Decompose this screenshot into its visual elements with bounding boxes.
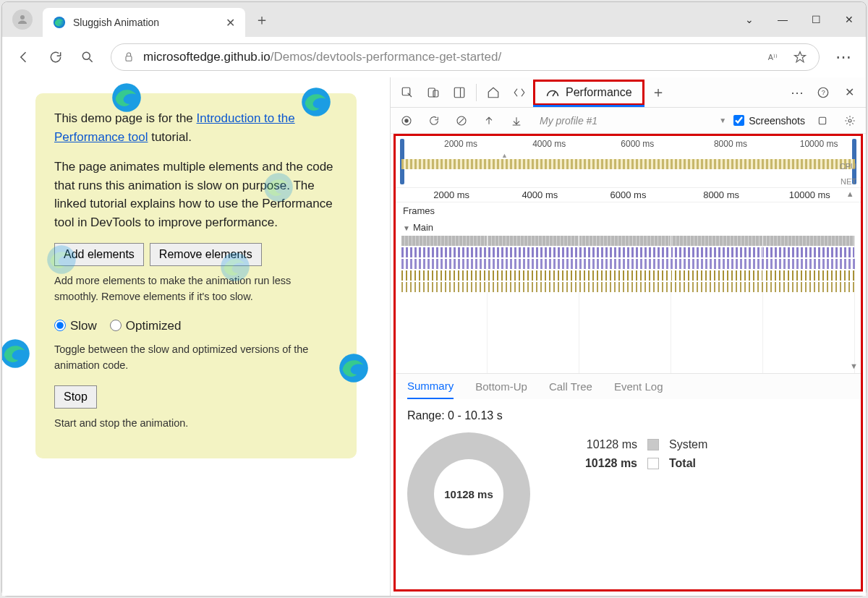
tab-bottom-up[interactable]: Bottom-Up (475, 375, 527, 398)
flame-bar (401, 270, 855, 281)
dock-icon[interactable] (447, 80, 472, 105)
memory-icon[interactable] (812, 111, 833, 131)
flame-chart[interactable]: ▼ (396, 236, 861, 373)
title-bar: Sluggish Animation ✕ ＋ ⌄ ― ☐ ✕ (2, 2, 866, 37)
details-tab-strip: Summary Bottom-Up Call Tree Event Log (396, 373, 861, 399)
tab-event-log[interactable]: Event Log (614, 375, 663, 398)
address-bar[interactable]: microsoftedge.github.io/Demos/devtools-p… (111, 43, 820, 71)
download-button[interactable] (506, 111, 527, 131)
toggle-hint: Toggle between the slow and optimized ve… (54, 342, 338, 374)
close-devtools-icon[interactable]: ✕ (837, 80, 861, 105)
svg-rect-21 (819, 117, 825, 124)
inspect-icon[interactable] (395, 80, 420, 105)
net-label: NET (841, 177, 856, 186)
lock-icon (123, 51, 135, 63)
reload-record-button[interactable] (424, 111, 444, 131)
intro-paragraph: This demo page is for the Introduction t… (54, 109, 338, 146)
browser-window: Sluggish Animation ✕ ＋ ⌄ ― ☐ ✕ microsoft… (1, 1, 867, 597)
edge-icon (2, 338, 31, 370)
welcome-tab-icon[interactable] (481, 80, 506, 105)
performance-icon (545, 85, 560, 100)
back-button[interactable] (9, 43, 38, 72)
new-tab-button[interactable]: ＋ (250, 7, 274, 32)
upload-button[interactable] (479, 111, 499, 131)
content-area: This demo page is for the Introduction t… (2, 77, 866, 596)
scroll-up-icon[interactable]: ▲ (846, 189, 854, 198)
caret-down-icon[interactable]: ⌄ (733, 5, 766, 34)
minimize-button[interactable]: ― (766, 5, 799, 34)
flame-bar (401, 247, 855, 257)
edge-icon (300, 86, 332, 118)
legend-row-system: 10128 ms System (574, 438, 707, 451)
main-row-label[interactable]: ▼Main (396, 219, 861, 236)
timeline-overview[interactable]: 2000 ms 4000 ms 6000 ms 8000 ms 10000 ms… (396, 136, 861, 188)
search-button[interactable] (73, 43, 102, 72)
tab-summary[interactable]: Summary (407, 374, 454, 399)
browser-tab[interactable]: Sluggish Animation ✕ (43, 8, 245, 37)
stop-hint: Start and stop the animation. (54, 416, 338, 432)
overview-ruler: 2000 ms 4000 ms 6000 ms 8000 ms 10000 ms (396, 139, 861, 152)
tab-title: Sluggish Animation (73, 17, 218, 28)
radio-slow[interactable]: Slow (54, 317, 97, 336)
edge-icon (46, 244, 77, 275)
range-text: Range: 0 - 10.13 s (407, 409, 849, 422)
refresh-button[interactable] (41, 43, 70, 72)
flame-ruler[interactable]: 2000 ms 4000 ms 6000 ms 8000 ms 10000 ms… (396, 188, 861, 202)
svg-text:?: ? (822, 89, 825, 96)
swatch-system (647, 439, 659, 450)
summary-donut-chart: 10128 ms (407, 432, 530, 555)
cpu-overview-strip (401, 159, 855, 169)
add-hint: Add more elements to make the animation … (54, 273, 338, 305)
close-window-button[interactable]: ✕ (833, 5, 866, 34)
scroll-down-icon[interactable]: ▼ (850, 362, 858, 370)
favorite-icon[interactable] (793, 50, 807, 64)
flame-bar (401, 282, 855, 292)
devtools-panel: Performance ＋ ⋯ ? ✕ My profile #1 ▼ Scre… (390, 77, 866, 596)
svg-rect-14 (433, 90, 438, 97)
edge-icon (219, 251, 251, 283)
summary-panel: Range: 0 - 10.13 s 10128 ms 10128 ms Sys… (396, 399, 861, 589)
url-text: microsoftedge.github.io/Demos/devtools-p… (143, 50, 501, 64)
svg-point-19 (404, 119, 408, 122)
tab-close-icon[interactable]: ✕ (226, 16, 235, 30)
browser-menu-button[interactable]: ⋯ (828, 48, 859, 67)
svg-point-0 (20, 15, 25, 20)
devtools-tab-strip: Performance ＋ ⋯ ? ✕ (391, 77, 866, 108)
screenshots-checkbox[interactable]: Screenshots (733, 115, 805, 127)
cpu-label: CPU (840, 162, 856, 171)
stop-button[interactable]: Stop (54, 385, 97, 409)
record-button[interactable] (396, 111, 417, 131)
radio-optimized[interactable]: Optimized (110, 317, 182, 336)
device-toggle-icon[interactable] (421, 80, 446, 105)
profile-dropdown-icon[interactable]: ▼ (719, 116, 726, 124)
performance-tab-label: Performance (566, 86, 632, 99)
profile-name[interactable]: My profile #1 (540, 115, 712, 127)
donut-center-value: 10128 ms (434, 459, 503, 529)
elements-tab-icon[interactable] (507, 80, 532, 105)
svg-point-22 (848, 119, 851, 122)
tab-call-tree[interactable]: Call Tree (549, 375, 592, 398)
svg-rect-3 (126, 56, 132, 61)
frames-row-label[interactable]: Frames (396, 202, 861, 219)
flame-bar (401, 236, 855, 246)
settings-gear-icon[interactable] (840, 111, 860, 131)
svg-rect-13 (428, 88, 435, 97)
edge-icon (111, 82, 142, 114)
edge-icon (263, 171, 294, 203)
performance-tab[interactable]: Performance (533, 80, 644, 106)
toolbar: microsoftedge.github.io/Demos/devtools-p… (2, 37, 866, 77)
window-controls: ⌄ ― ☐ ✕ (733, 5, 866, 34)
svg-text:A⁾⁾: A⁾⁾ (768, 53, 778, 61)
devtools-menu-icon[interactable]: ⋯ (785, 80, 809, 105)
read-aloud-icon[interactable]: A⁾⁾ (767, 50, 781, 64)
maximize-button[interactable]: ☐ (799, 5, 833, 34)
demo-info-panel: This demo page is for the Introduction t… (35, 93, 357, 458)
profile-avatar-icon[interactable] (12, 9, 33, 30)
help-icon[interactable]: ? (811, 80, 835, 105)
performance-recording-area: 2000 ms 4000 ms 6000 ms 8000 ms 10000 ms… (393, 134, 863, 591)
legend-row-total: 10128 ms Total (574, 457, 707, 470)
more-tabs-button[interactable]: ＋ (646, 80, 671, 105)
performance-toolbar: My profile #1 ▼ Screenshots (391, 108, 866, 134)
swatch-total (647, 458, 659, 469)
clear-button[interactable] (451, 111, 472, 131)
